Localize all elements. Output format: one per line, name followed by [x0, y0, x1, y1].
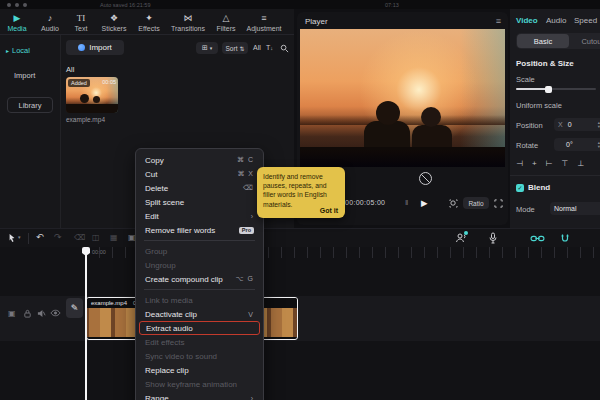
tab-filters[interactable]: △ Filters [210, 14, 242, 32]
menu-item-remove-filler-words[interactable]: Remove filler wordsPro [136, 223, 263, 237]
added-badge: Added [68, 79, 90, 87]
tab-effects[interactable]: ✦ Effects [132, 14, 166, 32]
got-it-button[interactable]: Got it [320, 207, 338, 214]
menu-separator [144, 240, 255, 241]
shortcut: ⌥ G [236, 275, 254, 283]
menu-item-ungroup: Ungroup [136, 258, 263, 272]
track-type-icon[interactable]: ▣ [8, 309, 16, 318]
traffic-light-minimize[interactable] [15, 3, 19, 7]
align-right-icon[interactable]: ⊢ [546, 159, 553, 168]
capcut-window: Auto saved 16:21:59 07:13 ▶ Media ♪ Audi… [0, 0, 600, 400]
hide-track-icon[interactable] [50, 309, 61, 317]
menu-item-replace-clip[interactable]: Replace clip [136, 363, 263, 377]
view-mode-button[interactable]: ⊞ ▾ [196, 42, 218, 54]
magnet-snap-icon[interactable] [560, 233, 570, 244]
mode-dropdown[interactable]: Normal [550, 202, 600, 215]
fit-zoom-icon[interactable] [449, 199, 458, 208]
scale-slider[interactable] [516, 88, 596, 90]
disable-overlay-icon[interactable] [419, 172, 432, 185]
menu-item-create-compound-clip[interactable]: Create compound clip⌥ G [136, 272, 263, 286]
mute-track-icon[interactable] [37, 309, 46, 318]
player-timecode: 00:00:05:00 [345, 199, 385, 206]
undo-icon[interactable]: ↶ [36, 232, 44, 242]
import-button[interactable]: Import [66, 40, 124, 55]
delete-right-icon[interactable]: ▦ [110, 233, 118, 242]
menu-item-range[interactable]: Range› [136, 391, 263, 400]
select-tool-chevron-icon[interactable]: ▾ [18, 234, 21, 240]
menu-item-edit-effects: Edit effects [136, 335, 263, 349]
delete-left-icon[interactable]: ◫ [92, 233, 100, 242]
ruler-start-label: 00:00 [92, 249, 106, 255]
menu-item-copy[interactable]: Copy⌘ C [136, 153, 263, 167]
ratio-button[interactable]: Ratio [463, 197, 489, 209]
player-menu-icon[interactable]: ≡ [496, 16, 501, 26]
segment-cutout[interactable]: Cutout [569, 37, 600, 46]
thumb-person-left [80, 94, 89, 103]
filter-all-button[interactable]: All [253, 44, 261, 51]
text-icon: TI [77, 14, 86, 23]
sidebar-item-local[interactable]: ▸ Local [6, 43, 56, 57]
inspector-panel: Video Audio Speed Basic Cutout Position … [510, 9, 600, 228]
menu-item-deactivate-clip[interactable]: Deactivate clipV [136, 307, 263, 321]
media-thumbnail[interactable]: Added 00:05 [66, 77, 118, 113]
tab-transitions[interactable]: ⋈ Transitions [166, 14, 210, 32]
menu-item-sync-video-to-sound: Sync video to sound [136, 349, 263, 363]
media-thumbnail-name: example.mp4 [66, 116, 105, 123]
rotate-stepper[interactable]: 0° ▴▾ [554, 138, 600, 151]
voiceover-icon[interactable] [455, 232, 467, 244]
select-tool-icon[interactable] [8, 233, 16, 243]
position-label: Position [516, 121, 543, 130]
playhead-line[interactable] [85, 247, 87, 400]
tab-audio[interactable]: ♪ Audio [34, 14, 66, 32]
align-top-icon[interactable]: ⊤ [562, 159, 569, 168]
media-section-label: All [66, 65, 74, 74]
tab-video[interactable]: Video [516, 16, 538, 25]
cover-button[interactable]: ✎ [66, 298, 83, 318]
text-sort-button[interactable]: T↓ [266, 44, 273, 51]
rotate-label: Rotate [516, 141, 538, 150]
traffic-light-zoom[interactable] [23, 3, 27, 7]
link-clips-icon[interactable] [530, 234, 545, 243]
timeline-area: 00:00 ▣ ✎ example.mp4 00:00:05:00 [0, 247, 600, 400]
sidebar-item-import[interactable]: Import [14, 71, 35, 80]
align-bottom-icon[interactable]: ⊥ [578, 159, 585, 168]
menu-item-extract-audio[interactable]: Extract audio [139, 321, 260, 335]
person-right-head [421, 107, 441, 127]
transitions-icon: ⋈ [184, 14, 193, 23]
tab-speed[interactable]: Speed [574, 16, 597, 25]
align-left-icon[interactable]: ⊣ [516, 159, 523, 168]
split-icon[interactable]: ⌫ [74, 233, 85, 242]
menu-item-delete[interactable]: Delete⌫ [136, 181, 263, 195]
video-viewport[interactable] [300, 29, 505, 167]
blend-checkbox[interactable]: ✓ [516, 184, 524, 192]
play-icon[interactable]: ▶ [421, 198, 428, 208]
axis-label: X [558, 121, 563, 128]
fullscreen-icon[interactable] [494, 199, 503, 208]
scale-slider-thumb[interactable] [545, 86, 552, 93]
sort-button[interactable]: Sort ⇅ [222, 42, 248, 54]
search-icon[interactable] [280, 44, 289, 53]
tab-media[interactable]: ▶ Media [0, 14, 34, 32]
submenu-arrow-icon: › [251, 213, 254, 220]
mode-value: Normal [554, 205, 577, 212]
tab-text[interactable]: TI Text [66, 14, 96, 32]
position-x-stepper[interactable]: X 0 ▴▾ [554, 118, 600, 131]
sidebar-item-library[interactable]: Library [7, 97, 53, 113]
segment-basic[interactable]: Basic [517, 34, 569, 48]
traffic-light-close[interactable] [7, 3, 11, 7]
align-center-icon[interactable]: + [532, 159, 537, 168]
redo-icon[interactable]: ↷ [54, 232, 62, 242]
menu-item-show-keyframe-animation: Show keyframe animation [136, 377, 263, 391]
position-size-header[interactable]: Position & Size [516, 59, 574, 68]
shortcut: ⌘ C [237, 156, 254, 164]
tab-stickers[interactable]: ❖ Stickers [96, 14, 132, 32]
menu-item-cut[interactable]: Cut⌘ X [136, 167, 263, 181]
prev-frame-icon[interactable]: ‖ [405, 198, 408, 207]
clip-context-menu: Copy⌘ C Cut⌘ X Delete⌫ Split scene Edit›… [135, 148, 264, 400]
microphone-icon[interactable] [488, 232, 498, 244]
tab-adjustment[interactable]: ≡ Adjustment [242, 14, 286, 32]
lock-track-icon[interactable] [23, 309, 32, 318]
menu-item-split-scene[interactable]: Split scene [136, 195, 263, 209]
menu-item-edit[interactable]: Edit› [136, 209, 263, 223]
tab-audio-inspector[interactable]: Audio [546, 16, 566, 25]
